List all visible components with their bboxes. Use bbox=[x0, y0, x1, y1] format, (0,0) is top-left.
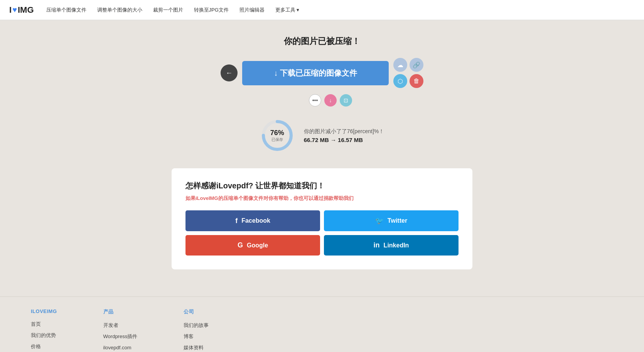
footer-link[interactable]: ilovepdf.com bbox=[103, 345, 131, 350]
dropbox-icon-button[interactable]: ⬡ bbox=[393, 74, 407, 88]
action-icons: ☁ 🔗 ⬡ 🗑 bbox=[393, 58, 423, 88]
logo[interactable]: I ♥ IMG bbox=[9, 5, 34, 15]
back-button[interactable]: ← bbox=[221, 64, 238, 81]
logo-heart-icon: ♥ bbox=[12, 5, 17, 14]
donut-saved-label: 已保存 bbox=[270, 137, 284, 142]
share-button-twitter[interactable]: 🐦Twitter bbox=[324, 210, 459, 231]
linkedin-label: LinkedIn bbox=[384, 242, 409, 249]
stats-text: 你的图片减小了了76[percent]%！ 66.72 MB → 16.57 M… bbox=[304, 128, 384, 143]
more-options-row: ••• ↓ ⊡ bbox=[309, 94, 352, 107]
google-label: Google bbox=[247, 242, 268, 249]
share-button-linkedin[interactable]: inLinkedIn bbox=[324, 235, 459, 256]
logo-i: I bbox=[9, 5, 12, 15]
footer-col-iloveimg: ILOVEIMG首页我们的优势价格 bbox=[31, 308, 57, 351]
footer-link[interactable]: 博客 bbox=[184, 333, 194, 339]
footer-col-title: ILOVEIMG bbox=[31, 308, 57, 314]
stats-sizes: 66.72 MB → 16.57 MB bbox=[304, 137, 384, 143]
stats-description: 你的图片减小了了76[percent]%！ bbox=[304, 128, 384, 135]
twitter-label: Twitter bbox=[388, 217, 407, 224]
nav-item-compress[interactable]: 压缩单个图像文件 bbox=[46, 7, 86, 13]
delete-icon-button[interactable]: 🗑 bbox=[410, 74, 423, 88]
preview-button[interactable]: ⊡ bbox=[340, 94, 352, 107]
facebook-label: Facebook bbox=[241, 217, 270, 224]
logo-img: IMG bbox=[18, 5, 34, 15]
upload-icon-button[interactable]: ☁ bbox=[393, 58, 407, 72]
donut-percent: 76% bbox=[270, 129, 284, 137]
footer-link[interactable]: 价格 bbox=[31, 344, 41, 349]
share-title: 怎样感谢iLovepdf? 让世界都知道我们！ bbox=[185, 181, 459, 191]
facebook-icon: f bbox=[235, 217, 238, 225]
nav-item-more[interactable]: 更多工具 ▾ bbox=[275, 7, 300, 13]
footer-link[interactable]: 首页 bbox=[31, 321, 41, 327]
footer-link[interactable]: 我们的优势 bbox=[31, 332, 56, 338]
progress-donut: 76% 已保存 bbox=[260, 118, 295, 153]
action-row: ← ↓ 下载已压缩的图像文件 ☁ 🔗 ⬡ 🗑 bbox=[221, 58, 423, 88]
footer-link[interactable]: Wordpress插件 bbox=[103, 333, 138, 339]
download-button[interactable]: ↓ 下载已压缩的图像文件 bbox=[242, 61, 389, 85]
twitter-icon: 🐦 bbox=[375, 217, 384, 225]
share-desc: 如果iLoveIMG的压缩单个图像文件对你有帮助，你也可以通过捐款帮助我们 bbox=[185, 195, 459, 202]
footer-link[interactable]: 开发者 bbox=[103, 322, 118, 328]
header: I ♥ IMG 压缩单个图像文件调整单个图像的大小裁剪一个图片转换至JPG文件照… bbox=[0, 0, 644, 20]
share-button-facebook[interactable]: fFacebook bbox=[185, 210, 320, 231]
footer-col-公司: 公司我们的故事博客媒体资料 bbox=[184, 308, 209, 351]
footer-link[interactable]: 媒体资料 bbox=[184, 345, 204, 350]
download-small-button[interactable]: ↓ bbox=[324, 94, 337, 107]
share-grid: fFacebook🐦TwitterGGoogleinLinkedIn bbox=[185, 210, 459, 256]
nav-item-convert[interactable]: 转换至JPG文件 bbox=[194, 7, 229, 13]
share-button-google[interactable]: GGoogle bbox=[185, 235, 320, 256]
share-card: 怎样感谢iLovepdf? 让世界都知道我们！ 如果iLoveIMG的压缩单个图… bbox=[172, 168, 472, 269]
main-nav: 压缩单个图像文件调整单个图像的大小裁剪一个图片转换至JPG文件照片编辑器更多工具… bbox=[46, 6, 300, 14]
google-icon: G bbox=[238, 241, 243, 249]
footer-link[interactable]: 我们的故事 bbox=[184, 322, 209, 328]
nav-item-editor[interactable]: 照片编辑器 bbox=[239, 7, 265, 13]
more-options-button[interactable]: ••• bbox=[309, 94, 321, 107]
share-desc-link: 压缩单个图像文件 bbox=[223, 195, 263, 201]
link-icon-button[interactable]: 🔗 bbox=[410, 58, 423, 72]
footer: ILOVEIMG首页我们的优势价格产品开发者Wordpress插件ilovepd… bbox=[0, 296, 644, 352]
linkedin-icon: in bbox=[374, 241, 380, 249]
page-title: 你的图片已被压缩！ bbox=[284, 36, 360, 47]
main-content: 你的图片已被压缩！ ← ↓ 下载已压缩的图像文件 ☁ 🔗 ⬡ 🗑 ••• ↓ ⊡ bbox=[0, 20, 644, 296]
progress-section: 76% 已保存 你的图片减小了了76[percent]%！ 66.72 MB →… bbox=[260, 118, 384, 153]
footer-col-title: 产品 bbox=[103, 308, 138, 315]
share-desc-suffix: 对你有帮助，你也可以通过捐款帮助我们 bbox=[263, 195, 354, 201]
share-desc-prefix: 如果iLoveIMG的 bbox=[185, 195, 223, 201]
nav-item-resize[interactable]: 调整单个图像的大小 bbox=[97, 7, 142, 13]
nav-item-crop[interactable]: 裁剪一个图片 bbox=[153, 7, 183, 13]
footer-col-产品: 产品开发者Wordpress插件ilovepdf.com bbox=[103, 308, 138, 351]
footer-col-title: 公司 bbox=[184, 308, 209, 315]
